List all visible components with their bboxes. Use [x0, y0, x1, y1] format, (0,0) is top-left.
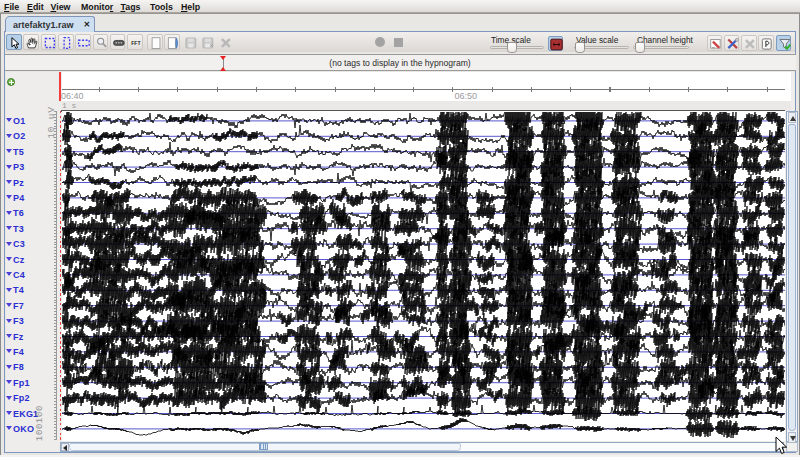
svg-text:FFT: FFT	[131, 40, 141, 46]
